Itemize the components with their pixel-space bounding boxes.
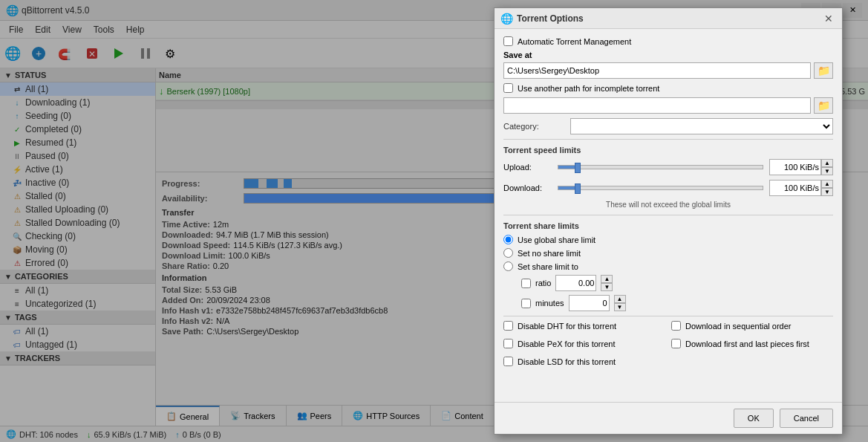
disable-dht-label: Disable DHT for this torrent <box>518 322 616 331</box>
upload-speed-row: Upload: ▲ ▼ <box>503 159 833 175</box>
modal-icon: 🌐 <box>500 13 512 25</box>
minutes-checkbox[interactable] <box>521 299 531 308</box>
disable-pex-label: Disable PeX for this torrent <box>518 339 615 348</box>
minutes-spin-up[interactable]: ▲ <box>614 295 626 303</box>
download-speed-input[interactable] <box>769 180 821 196</box>
minutes-label: minutes <box>535 299 564 308</box>
disable-lsd-checkbox[interactable] <box>503 357 513 366</box>
radio-custom[interactable] <box>503 261 513 271</box>
minutes-spin-down[interactable]: ▼ <box>614 303 626 311</box>
download-speed-row: Download: ▲ ▼ <box>503 180 833 196</box>
minutes-row: minutes ▲ ▼ <box>521 295 833 311</box>
download-slider-thumb[interactable] <box>575 183 581 194</box>
disable-lsd-label: Disable LSD for this torrent <box>518 357 616 366</box>
sequential-row: Download in sequential order <box>671 321 833 331</box>
sequential-label: Download in sequential order <box>685 322 791 331</box>
radio-none-row: Set no share limit <box>503 248 833 258</box>
auto-manage-checkbox[interactable] <box>503 36 513 46</box>
category-select[interactable] <box>570 118 833 134</box>
modal-footer: OK Cancel <box>495 402 842 434</box>
sequential-checkbox[interactable] <box>671 321 681 331</box>
ratio-checkbox[interactable] <box>521 279 531 288</box>
download-input-group: ▲ ▼ <box>769 180 833 196</box>
ratio-spinners: ▲ ▼ <box>601 275 613 291</box>
category-row: Category: <box>503 118 833 134</box>
auto-manage-row: Automatic Torrent Management <box>503 36 833 46</box>
another-path-input-row: 📁 <box>503 97 833 114</box>
first-last-row: Download first and last pieces first <box>671 339 833 348</box>
download-spin-up[interactable]: ▲ <box>821 180 833 188</box>
ratio-input[interactable] <box>555 275 596 291</box>
save-at-input[interactable] <box>503 62 811 79</box>
another-path-checkbox[interactable] <box>503 83 513 93</box>
disable-pex-checkbox[interactable] <box>503 339 513 348</box>
options-divider <box>503 316 833 316</box>
modal-title: Torrent Options <box>517 13 821 24</box>
radio-none[interactable] <box>503 248 513 258</box>
modal-close-button[interactable]: ✕ <box>821 11 836 26</box>
browse-another-folder-button[interactable]: 📁 <box>814 97 833 114</box>
folder-icon-2: 📁 <box>818 100 830 111</box>
minutes-input[interactable] <box>569 295 610 311</box>
cancel-button[interactable]: Cancel <box>780 409 833 428</box>
radio-none-label: Set no share limit <box>518 249 581 258</box>
upload-slider-fill <box>558 166 575 169</box>
download-slider-fill <box>558 186 575 189</box>
category-label: Category: <box>503 122 570 131</box>
upload-spin-down[interactable]: ▼ <box>821 167 833 175</box>
disable-dht-checkbox[interactable] <box>503 321 513 331</box>
download-slider[interactable] <box>558 186 763 190</box>
radio-custom-row: Set share limit to <box>503 261 833 271</box>
speed-divider <box>503 139 833 140</box>
share-divider <box>503 215 833 215</box>
speed-limits-title: Torrent speed limits <box>503 146 833 155</box>
download-spinners: ▲ ▼ <box>821 180 833 196</box>
ok-button[interactable]: OK <box>734 409 774 428</box>
minutes-spinners: ▲ ▼ <box>614 295 626 311</box>
disable-dht-row: Disable DHT for this torrent <box>503 321 665 331</box>
browse-folder-button[interactable]: 📁 <box>814 62 833 79</box>
another-path-input[interactable] <box>503 97 811 114</box>
share-limits-title: Torrent share limits <box>503 221 833 230</box>
first-last-label: Download first and last pieces first <box>685 339 809 348</box>
another-path-label: Use another path for incomplete torrent <box>518 84 659 93</box>
modal-overlay: 🌐 Torrent Options ✕ Automatic Torrent Ma… <box>0 0 868 442</box>
auto-manage-label: Automatic Torrent Management <box>518 37 631 46</box>
disable-pex-row: Disable PeX for this torrent <box>503 339 665 348</box>
upload-spin-up[interactable]: ▲ <box>821 159 833 167</box>
radio-global-row: Use global share limit <box>503 235 833 244</box>
radio-global[interactable] <box>503 235 513 244</box>
radio-custom-label: Set share limit to <box>518 262 578 271</box>
download-label: Download: <box>503 183 552 192</box>
save-at-header: Save at <box>503 51 833 59</box>
upload-speed-input[interactable] <box>769 159 821 175</box>
speed-note: These will not exceed the global limits <box>503 201 833 209</box>
download-spin-down[interactable]: ▼ <box>821 188 833 196</box>
radio-global-label: Use global share limit <box>518 235 595 244</box>
another-path-row: Use another path for incomplete torrent <box>503 83 833 93</box>
save-at-row: 📁 <box>503 62 833 79</box>
first-last-checkbox[interactable] <box>671 339 681 348</box>
ratio-row: ratio ▲ ▼ <box>521 275 833 291</box>
modal-body: Automatic Torrent Management Save at 📁 U… <box>495 29 842 402</box>
folder-icon: 📁 <box>818 65 830 77</box>
upload-input-group: ▲ ▼ <box>769 159 833 175</box>
ratio-label: ratio <box>535 279 551 287</box>
upload-label: Upload: <box>503 163 552 172</box>
upload-slider-thumb[interactable] <box>575 163 581 173</box>
disable-lsd-row: Disable LSD for this torrent <box>503 357 665 366</box>
options-checkbox-grid: Disable DHT for this torrent Download in… <box>503 321 833 371</box>
upload-slider[interactable] <box>558 165 763 169</box>
ratio-spin-up[interactable]: ▲ <box>601 275 613 283</box>
modal-titlebar: 🌐 Torrent Options ✕ <box>495 8 842 29</box>
main-window: 🌐 qBittorrent v4.5.0 ─ □ ✕ File Edit Vie… <box>0 0 868 442</box>
ratio-spin-down[interactable]: ▼ <box>601 283 613 291</box>
torrent-options-dialog: 🌐 Torrent Options ✕ Automatic Torrent Ma… <box>494 7 843 435</box>
upload-spinners: ▲ ▼ <box>821 159 833 175</box>
